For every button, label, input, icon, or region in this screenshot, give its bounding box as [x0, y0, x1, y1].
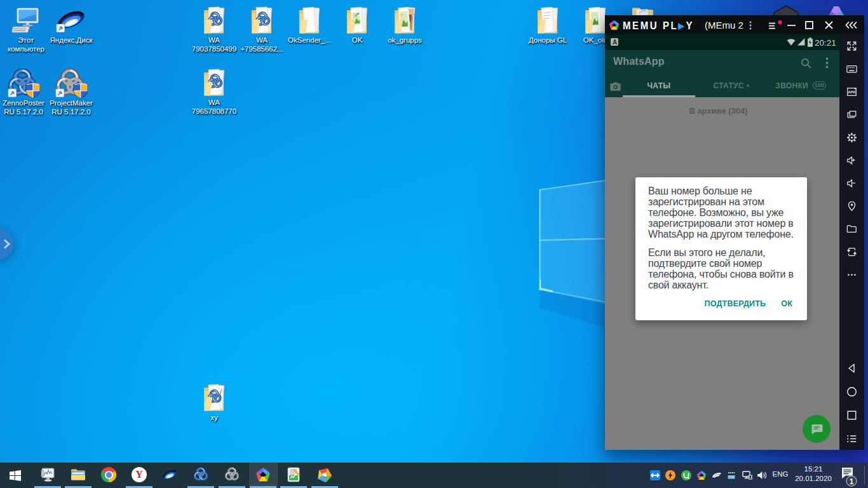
- svg-text:APK: APK: [848, 90, 856, 94]
- svg-text:1: 1: [850, 477, 854, 486]
- svg-text:A: A: [613, 39, 617, 46]
